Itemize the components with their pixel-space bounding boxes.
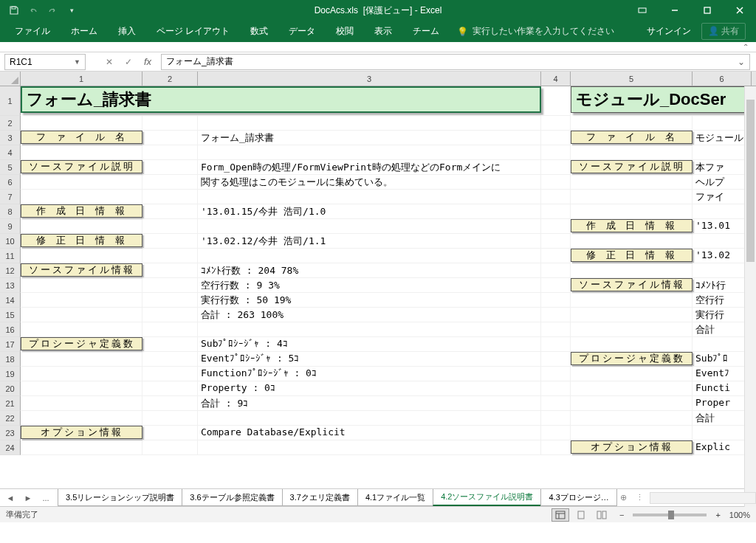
- cell[interactable]: Proper: [693, 396, 752, 411]
- cell[interactable]: [142, 322, 198, 337]
- cell[interactable]: [142, 381, 198, 396]
- tab-formulas[interactable]: 数式: [240, 21, 278, 42]
- cell[interactable]: [693, 263, 752, 278]
- cell[interactable]: 本ファ: [693, 160, 752, 175]
- cell[interactable]: プロシージャ定義数: [21, 337, 142, 350]
- cell[interactable]: [21, 145, 142, 160]
- cell[interactable]: ファイ: [693, 190, 752, 204]
- row-header[interactable]: 24: [0, 440, 21, 455]
- cell[interactable]: [21, 278, 142, 293]
- sheet-more[interactable]: ...: [38, 491, 53, 505]
- tab-pagelayout[interactable]: ページ レイアウト: [146, 21, 240, 42]
- row-header[interactable]: 15: [0, 308, 21, 322]
- cell[interactable]: ヘルプ: [693, 175, 752, 190]
- cell[interactable]: Property : 0ｺ: [198, 381, 541, 396]
- cell[interactable]: Eventﾌ: [693, 367, 752, 381]
- cell[interactable]: [541, 381, 571, 396]
- cell[interactable]: [21, 175, 142, 190]
- chevron-up-icon[interactable]: ⌃: [743, 43, 749, 51]
- cell[interactable]: オプション情報: [21, 426, 142, 439]
- cell[interactable]: [21, 352, 142, 367]
- cell[interactable]: ソースファイル説明: [571, 160, 693, 173]
- tab-home[interactable]: ホーム: [61, 21, 108, 42]
- cell[interactable]: [571, 204, 693, 219]
- cell[interactable]: [571, 293, 693, 308]
- cell[interactable]: [571, 190, 693, 204]
- tab-insert[interactable]: 挿入: [108, 21, 146, 42]
- formula-input[interactable]: フォーム_請求書⌄: [161, 54, 750, 70]
- row-header[interactable]: 10: [0, 234, 21, 249]
- cancel-icon[interactable]: ✕: [100, 55, 118, 69]
- cell[interactable]: ｺﾒﾝﾄ行数 : 204 78%: [198, 263, 541, 278]
- cell[interactable]: フォーム_請求書: [198, 131, 541, 145]
- qat-dropdown-icon[interactable]: ▾: [63, 2, 80, 18]
- cell[interactable]: [541, 131, 571, 145]
- module-title-header[interactable]: モジュール_DocSer: [571, 86, 752, 113]
- col-header[interactable]: 2: [142, 72, 198, 86]
- tab-team[interactable]: チーム: [402, 21, 450, 42]
- cell[interactable]: [541, 145, 571, 160]
- cell[interactable]: [142, 367, 198, 381]
- row-header[interactable]: 3: [0, 131, 21, 145]
- cell[interactable]: [142, 204, 198, 219]
- cell[interactable]: Form_Open時の処理/FormViewPrint時の処理などのFormメイ…: [198, 160, 541, 175]
- cell[interactable]: [541, 278, 571, 293]
- cell[interactable]: [571, 322, 693, 337]
- cell[interactable]: 空行行数 : 9 3%: [198, 278, 541, 293]
- fx-icon[interactable]: fx: [139, 55, 157, 69]
- cell[interactable]: 合計: [693, 322, 752, 337]
- cell[interactable]: モジュール: [693, 131, 752, 145]
- cell[interactable]: [571, 308, 693, 322]
- cell[interactable]: [142, 352, 198, 367]
- view-normal-icon[interactable]: [551, 508, 569, 522]
- tab-review[interactable]: 校閲: [326, 21, 364, 42]
- row-header[interactable]: 2: [0, 116, 21, 131]
- cell[interactable]: プロシージャ定義数: [571, 352, 693, 365]
- cell[interactable]: [541, 426, 571, 440]
- cell[interactable]: 作 成 日 情 報: [21, 204, 142, 218]
- cell[interactable]: [541, 249, 571, 263]
- row-header[interactable]: 5: [0, 160, 21, 175]
- cell[interactable]: [571, 426, 693, 440]
- zoom-in-icon[interactable]: +: [715, 511, 720, 519]
- row-header[interactable]: 22: [0, 411, 21, 426]
- signin-link[interactable]: サインイン: [647, 25, 691, 38]
- select-all[interactable]: [0, 72, 21, 86]
- cell[interactable]: [541, 190, 571, 204]
- worksheet-grid[interactable]: 123456789101112131415161718192021222324 …: [0, 86, 756, 488]
- row-header[interactable]: 13: [0, 278, 21, 293]
- cell[interactable]: 合計 : 263 100%: [198, 308, 541, 322]
- cell[interactable]: [571, 175, 693, 190]
- cell[interactable]: [198, 322, 541, 337]
- sheet-tab[interactable]: 3.7クエリ定義書: [282, 489, 358, 506]
- share-button[interactable]: 👤 共有: [701, 23, 746, 40]
- cell[interactable]: [21, 396, 142, 411]
- cell[interactable]: [198, 411, 541, 426]
- cell[interactable]: [21, 116, 142, 131]
- tab-file[interactable]: ファイル: [4, 21, 61, 42]
- cell[interactable]: [198, 190, 541, 204]
- cell[interactable]: 修 正 日 情 報: [21, 234, 142, 247]
- cell[interactable]: Subﾌﾟﾛ: [693, 352, 752, 367]
- cell[interactable]: [198, 249, 541, 263]
- cell[interactable]: 実行行: [693, 308, 752, 322]
- row-header[interactable]: 23: [0, 426, 21, 440]
- cell[interactable]: '13.02: [693, 249, 752, 263]
- cell[interactable]: [541, 293, 571, 308]
- cell[interactable]: [541, 352, 571, 367]
- cell[interactable]: [142, 293, 198, 308]
- cell[interactable]: ｺﾒﾝﾄ行: [693, 278, 752, 293]
- cell[interactable]: [142, 175, 198, 190]
- cell[interactable]: Functionﾌﾟﾛｼｰｼﾞｬ : 0ｺ: [198, 367, 541, 381]
- cell[interactable]: [21, 308, 142, 322]
- cell[interactable]: [571, 263, 693, 278]
- cell[interactable]: Eventﾌﾟﾛｼｰｼﾞｬ : 5ｺ: [198, 352, 541, 367]
- cell[interactable]: [142, 278, 198, 293]
- cell[interactable]: [21, 219, 142, 234]
- cell[interactable]: Functi: [693, 381, 752, 396]
- cell[interactable]: [142, 131, 198, 145]
- expand-icon[interactable]: ⌄: [738, 57, 745, 67]
- cell[interactable]: [541, 234, 571, 249]
- cell[interactable]: Compare Database/Explicit: [198, 426, 541, 440]
- cell[interactable]: [142, 440, 198, 455]
